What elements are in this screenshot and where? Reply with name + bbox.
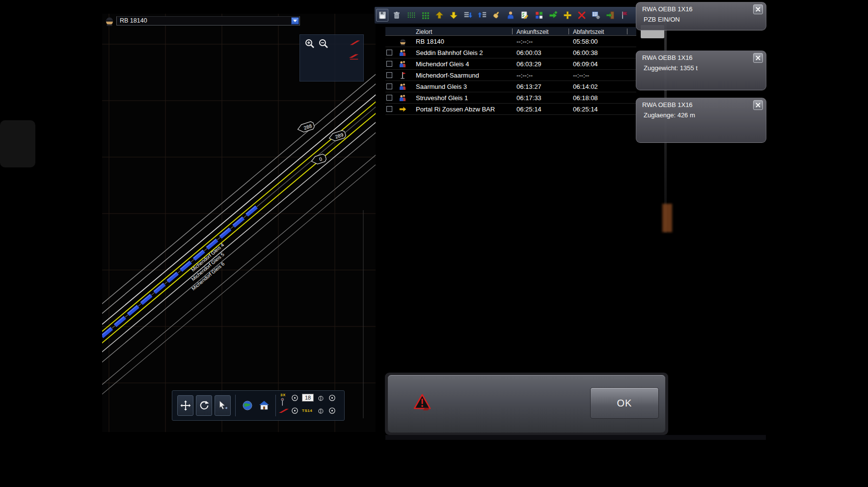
row-arrival: --:--:-- <box>516 72 533 79</box>
map-zoom-panel <box>299 34 364 81</box>
radio-option-button[interactable] <box>328 394 336 402</box>
column-abfahrtszeit[interactable]: Abfahrtszeit <box>573 28 604 35</box>
select-tool-button[interactable] <box>215 395 231 416</box>
ok-button[interactable]: OK <box>590 387 659 419</box>
speed-sign[interactable]: 0 <box>310 154 326 165</box>
timetable-header: Zielort Ankunftszeit Abfahrtszeit <box>385 27 636 36</box>
world-view-button[interactable] <box>240 398 255 413</box>
app-window: Michendorf Gleis 4 Michendorf Gleis 5 Mi… <box>0 0 868 487</box>
move-up-button[interactable] <box>433 9 445 22</box>
train-selector-bar: RB 18140 <box>102 14 308 27</box>
signal-mode-label: 3X <box>280 393 286 397</box>
signal-count-field[interactable]: 18 <box>302 394 314 402</box>
row-departure: 06:09:04 <box>573 60 598 68</box>
checklist-pencil-icon <box>520 10 530 20</box>
row-checkbox[interactable] <box>386 106 392 112</box>
pointer-icon <box>217 400 228 411</box>
circle-bar-toggle[interactable] <box>318 408 324 414</box>
row-name: Michendorf-Saarmund <box>416 72 479 79</box>
arrow-down-icon <box>449 10 459 20</box>
row-checkbox[interactable] <box>386 50 392 55</box>
radio-dot-icon <box>328 394 336 402</box>
row-arrival: 06:00:03 <box>516 49 542 56</box>
circle-bar-toggle[interactable] <box>318 395 324 402</box>
paste-rows-button[interactable] <box>476 9 488 22</box>
row-arrival: --:--:-- <box>516 38 533 45</box>
edit-checklist-button[interactable] <box>518 9 531 22</box>
row-departure: 06:18:08 <box>573 94 598 102</box>
signal-mast-icon <box>279 398 286 406</box>
row-departure: 05:58:00 <box>573 38 598 45</box>
save-button[interactable] <box>376 9 388 22</box>
notification-close-button[interactable] <box>753 100 763 110</box>
delete-row-button[interactable] <box>575 9 588 22</box>
category-grid-button[interactable] <box>533 9 545 22</box>
notification-message: PZB EIN/ON <box>644 16 680 23</box>
circle-bar-icon <box>318 408 324 414</box>
timetable-row[interactable]: Struveshof Gleis 1 06:17:33 06:18:08 <box>385 92 636 104</box>
notification-title: RWA OEBB 1X16 <box>642 54 693 61</box>
row-checkbox[interactable] <box>386 95 392 101</box>
track-map-panel: Michendorf Gleis 4 Michendorf Gleis 5 Mi… <box>102 14 376 432</box>
radio-option-button[interactable] <box>291 407 298 414</box>
timetable-row[interactable]: Saarmund Gleis 3 06:13:27 06:14:02 <box>385 81 636 92</box>
notification-close-button[interactable] <box>753 4 763 14</box>
route-edit-button[interactable] <box>348 51 360 62</box>
zoom-out-button[interactable] <box>318 38 329 50</box>
hand-tool-button[interactable] <box>490 9 502 22</box>
move-down-button[interactable] <box>447 9 460 22</box>
row-checkbox[interactable] <box>386 72 392 78</box>
timetable-row-train[interactable]: RB 18140 --:--:-- 05:58:00 <box>385 36 636 47</box>
grid-large-button[interactable] <box>419 9 431 22</box>
red-x-icon <box>577 10 587 20</box>
row-arrival: 06:13:27 <box>516 83 542 90</box>
rotate-map-button[interactable] <box>196 395 212 416</box>
timetable-row[interactable]: Michendorf Gleis 4 06:03:29 06:09:04 <box>385 58 636 70</box>
pan-map-button[interactable] <box>177 395 193 416</box>
home-view-button[interactable] <box>257 398 271 413</box>
column-divider <box>627 28 627 34</box>
dropdown-arrow-button[interactable] <box>291 17 299 25</box>
timetable-row[interactable]: Michendorf-Saarmund --:--:-- --:--:-- <box>385 70 636 81</box>
background-scene-shape <box>0 120 35 167</box>
zoom-in-button[interactable] <box>304 38 316 50</box>
move-arrows-icon <box>180 400 191 411</box>
copy-rows-button[interactable] <box>461 9 474 22</box>
exit-button[interactable] <box>604 9 616 22</box>
radio-option-button[interactable] <box>328 407 336 414</box>
grid-squares-icon <box>420 10 430 20</box>
portal-arrow-icon <box>399 105 407 113</box>
train-select-dropdown[interactable]: RB 18140 <box>116 16 300 26</box>
red-signal-icon[interactable] <box>278 407 289 414</box>
yellow-plus-icon <box>563 10 572 20</box>
row-checkbox[interactable] <box>386 61 392 67</box>
timetable-row[interactable]: Seddin Bahnhof Gleis 2 06:00:03 06:00:38 <box>385 47 636 58</box>
signal-view-button[interactable] <box>349 37 361 49</box>
insert-row-button[interactable] <box>561 9 573 22</box>
grid-small-button[interactable] <box>405 9 417 22</box>
flag-button[interactable] <box>618 9 630 22</box>
row-checkbox[interactable] <box>386 83 392 89</box>
timetable-row[interactable]: Portal Ri Zossen Abzw BAR 06:25:14 06:25… <box>385 104 636 115</box>
close-icon <box>756 103 760 108</box>
rows-arrow-up-icon <box>477 10 487 20</box>
radio-option-button[interactable] <box>291 394 298 402</box>
row-name: Michendorf Gleis 4 <box>416 60 469 68</box>
radio-dot-icon <box>291 394 298 402</box>
notification-close-button[interactable] <box>753 53 763 63</box>
ts-label: TS14 <box>302 408 312 413</box>
waypoint-flag-icon <box>399 71 407 80</box>
red-wedge-pen-icon <box>348 52 360 61</box>
column-ankunftszeit[interactable]: Ankunftszeit <box>516 28 548 35</box>
train-select-value: RB 18140 <box>120 17 147 24</box>
timetable-toolbar <box>375 7 636 24</box>
append-row-button[interactable] <box>547 9 559 22</box>
table-settings-button[interactable] <box>590 9 602 22</box>
delete-button[interactable] <box>390 9 403 22</box>
column-zielort[interactable]: Zielort <box>416 28 432 35</box>
row-departure: 06:14:02 <box>573 83 598 90</box>
staff-button[interactable] <box>504 9 516 22</box>
speed-sign[interactable]: 288 <box>297 121 315 134</box>
notification-title: RWA OEBB 1X16 <box>642 5 693 13</box>
notification-title: RWA OEBB 1X16 <box>642 101 693 108</box>
